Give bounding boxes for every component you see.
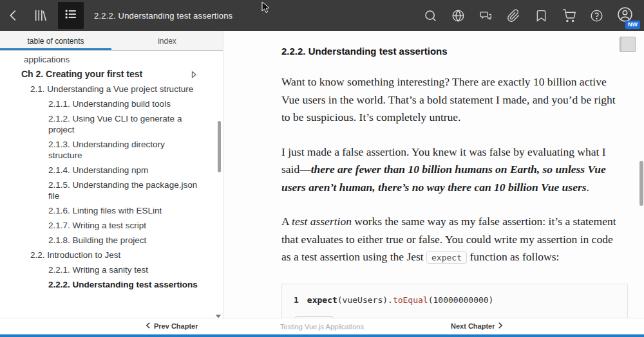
topbar: 2.2.2. Understanding test assertions <box>0 0 644 31</box>
cart-icon <box>562 9 576 23</box>
inline-code: expect <box>426 251 467 264</box>
bottom-accent-bar <box>0 334 644 337</box>
discussions-icon <box>479 9 493 23</box>
topbar-actions: NW <box>417 0 644 31</box>
toc-item-chapter[interactable]: Ch 2. Creating your first test <box>21 69 201 80</box>
content-scrollbar-thumb[interactable] <box>639 161 643 206</box>
cart-button[interactable] <box>555 0 583 31</box>
code-token: expect <box>307 295 337 305</box>
bookmark-icon <box>535 9 548 23</box>
code-line-number: 1 <box>294 295 299 305</box>
toc-list-icon <box>64 7 78 24</box>
footer-bar: Prev Chapter Testing Vue.js Applications… <box>0 318 644 334</box>
page-title: 2.2.2. Understanding test assertions <box>94 11 232 21</box>
toc-item[interactable]: 2.2.1. Writing a sanity test <box>21 264 201 275</box>
toc-item[interactable]: 2.1.2. Using Vue CLI to generate a proje… <box>21 113 201 135</box>
sidebar: table of contents index applications Ch … <box>0 31 223 318</box>
table-of-contents: applications Ch 2. Creating your first t… <box>0 51 223 290</box>
paragraph-1: Want to know something interesting? Ther… <box>281 73 618 127</box>
search-icon <box>424 9 437 23</box>
content-pane: 2.2.2. Understanding test assertions Wan… <box>223 31 644 318</box>
back-button[interactable] <box>0 0 27 31</box>
toc-item[interactable]: 2.1. Understanding a Vue project structu… <box>21 84 201 95</box>
bookmark-button[interactable] <box>527 0 555 31</box>
emphasis-text: test assertion <box>292 215 352 228</box>
next-chapter-button[interactable]: Next Chapter <box>451 322 503 330</box>
toc-item[interactable]: 2.2. Introduction to Jest <box>21 250 201 260</box>
toc-chapter-label: Ch 2. Creating your first test <box>21 69 142 79</box>
emphasis-text: there are fewer than 10 billion humans o… <box>281 163 606 194</box>
scroll-position-widget[interactable] <box>620 37 636 52</box>
toc-item[interactable]: 2.1.8. Building the project <box>21 235 201 246</box>
toc-item[interactable]: 2.1.7. Writing a test script <box>21 220 201 231</box>
code-block: 1expect(vueUsers).toEqual(10000000000) C… <box>281 284 628 318</box>
code-token: (vueUsers). <box>337 295 393 305</box>
globe-icon <box>451 9 465 23</box>
next-chapter-label: Next Chapter <box>451 322 495 330</box>
paragraph-text: function as follows: <box>467 250 559 263</box>
toc-item-overflow[interactable]: applications <box>21 54 201 65</box>
content-heading: 2.2.2. Understanding test assertions <box>281 46 623 57</box>
paragraph-text: A <box>281 215 292 228</box>
paragraph-text: Want to know something interesting? Ther… <box>281 75 616 123</box>
chevron-right-icon <box>498 322 503 330</box>
code-token: (10000000000) <box>428 295 494 305</box>
help-button[interactable] <box>583 0 611 31</box>
discussions-button[interactable] <box>472 0 500 31</box>
library-icon <box>33 8 48 23</box>
code-token: toEqual <box>393 295 428 305</box>
sidebar-scroll-down-icon[interactable] <box>215 310 222 318</box>
toc-item[interactable]: 2.1.6. Linting files with ESLint <box>21 205 201 216</box>
account-button[interactable]: NW <box>611 0 639 31</box>
library-button[interactable] <box>27 0 54 31</box>
help-icon <box>590 9 603 23</box>
toc-toggle-button[interactable] <box>58 2 84 29</box>
paragraph-3: A test assertion works the same way as m… <box>281 213 618 267</box>
back-icon <box>6 8 21 23</box>
expand-chevron-icon[interactable] <box>191 70 197 81</box>
code-line: 1expect(vueUsers).toEqual(10000000000) <box>294 295 616 306</box>
toc-item[interactable]: 2.1.3. Understanding directory structure <box>21 139 201 161</box>
tab-table-of-contents[interactable]: table of contents <box>0 31 111 50</box>
language-button[interactable] <box>444 0 472 31</box>
sidebar-tabs: table of contents index <box>0 31 223 51</box>
tab-index[interactable]: index <box>111 31 223 50</box>
paperclip-icon <box>507 9 520 23</box>
attachments-button[interactable] <box>500 0 527 31</box>
toc-item[interactable]: 2.1.1. Understanding build tools <box>21 98 201 109</box>
paragraph-text: . <box>587 181 589 194</box>
toc-item-current[interactable]: 2.2.2. Understanding test assertions <box>21 279 201 290</box>
app-window: 2.2.2. Understanding test assertions <box>0 0 644 337</box>
sidebar-scrollbar-thumb[interactable] <box>218 121 221 172</box>
search-button[interactable] <box>417 0 444 31</box>
avatar-initials-badge: NW <box>625 21 640 29</box>
book-title: Testing Vue.js Applications <box>0 323 644 331</box>
toc-item[interactable]: 2.1.4. Understanding npm <box>21 165 201 176</box>
toc-item[interactable]: 2.1.5. Understanding the package.json fi… <box>21 179 201 201</box>
paragraph-2: I just made a false assertion. You knew … <box>281 143 618 197</box>
